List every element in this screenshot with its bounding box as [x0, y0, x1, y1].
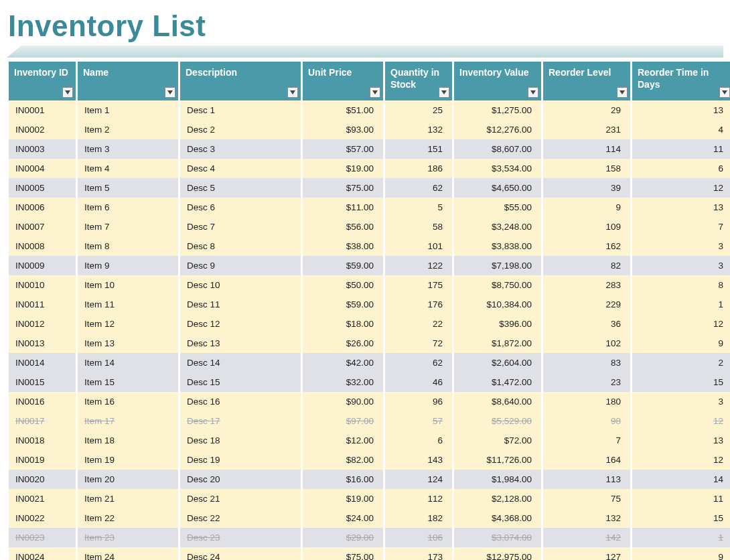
column-header-qty[interactable]: Quantity in Stock [385, 62, 452, 100]
column-header-label: Reorder Time in Days [638, 67, 709, 90]
cell-desc: Desc 7 [180, 217, 301, 236]
filter-dropdown-icon[interactable] [617, 87, 628, 98]
cell-id: IN0010 [9, 275, 76, 295]
column-header-reord[interactable]: Reorder Level [543, 62, 630, 100]
cell-reord: 109 [543, 217, 630, 236]
cell-days: 3 [632, 256, 730, 275]
table-row[interactable]: IN0014Item 14Desc 14$42.0062$2,604.00832 [9, 353, 730, 372]
table-row[interactable]: IN0006Item 6Desc 6$11.005$55.00913 [9, 198, 730, 217]
cell-reord: 102 [543, 334, 630, 353]
table-row[interactable]: IN0013Item 13Desc 13$26.0072$1,872.00102… [9, 334, 730, 353]
column-header-price[interactable]: Unit Price [303, 62, 383, 100]
cell-desc: Desc 5 [180, 178, 301, 198]
cell-days: 1 [632, 295, 730, 314]
table-row[interactable]: IN0018Item 18Desc 18$12.006$72.00713 [9, 431, 730, 450]
cell-name: Item 18 [78, 431, 178, 450]
cell-id: IN0024 [9, 547, 76, 560]
filter-dropdown-icon[interactable] [62, 87, 73, 98]
cell-price: $24.00 [303, 508, 383, 528]
cell-days: 2 [632, 353, 730, 372]
cell-qty: 106 [385, 528, 452, 547]
table-row[interactable]: IN0005Item 5Desc 5$75.0062$4,650.003912 [9, 178, 730, 198]
cell-price: $18.00 [303, 314, 383, 334]
cell-price: $56.00 [303, 217, 383, 236]
cell-reord: 229 [543, 295, 630, 314]
table-row[interactable]: IN0016Item 16Desc 16$90.0096$8,640.00180… [9, 392, 730, 411]
cell-days: 7 [632, 217, 730, 236]
svg-marker-2 [290, 90, 295, 94]
table-row[interactable]: IN0020Item 20Desc 20$16.00124$1,984.0011… [9, 470, 730, 489]
cell-name: Item 4 [78, 159, 178, 178]
cell-id: IN0019 [9, 450, 76, 470]
filter-dropdown-icon[interactable] [287, 87, 298, 98]
cell-id: IN0020 [9, 470, 76, 489]
table-row[interactable]: IN0021Item 21Desc 21$19.00112$2,128.0075… [9, 489, 730, 508]
column-header-days[interactable]: Reorder Time in Days [632, 62, 730, 100]
cell-price: $90.00 [303, 392, 383, 411]
table-row[interactable]: IN0023Item 23Desc 23$29.00106$3,074.0014… [9, 528, 730, 547]
filter-dropdown-icon[interactable] [439, 87, 449, 98]
cell-id: IN0002 [9, 120, 76, 139]
cell-val: $1,472.00 [454, 372, 541, 392]
cell-desc: Desc 9 [180, 256, 301, 275]
cell-days: 1 [632, 528, 730, 547]
cell-name: Item 19 [78, 450, 178, 470]
cell-qty: 101 [385, 236, 452, 256]
cell-val: $1,984.00 [454, 470, 541, 489]
column-header-label: Inventory Value [459, 67, 528, 78]
filter-dropdown-icon[interactable] [528, 87, 538, 98]
cell-days: 11 [632, 139, 730, 159]
cell-val: $8,607.00 [454, 139, 541, 159]
cell-days: 12 [632, 178, 730, 198]
column-header-name[interactable]: Name [78, 62, 178, 100]
table-row[interactable]: IN0022Item 22Desc 22$24.00182$4,368.0013… [9, 508, 730, 528]
cell-val: $1,275.00 [454, 100, 541, 120]
svg-marker-5 [530, 90, 536, 94]
table-row[interactable]: IN0015Item 15Desc 15$32.0046$1,472.00231… [9, 372, 730, 392]
cell-reord: 75 [543, 489, 630, 508]
table-row[interactable]: IN0017Item 17Desc 17$97.0057$5,529.00981… [9, 411, 730, 431]
cell-days: 6 [632, 159, 730, 178]
cell-val: $3,534.00 [454, 159, 541, 178]
table-row[interactable]: IN0011Item 11Desc 11$59.00176$10,384.002… [9, 295, 730, 314]
table-row[interactable]: IN0002Item 2Desc 2$93.00132$12,276.00231… [9, 120, 730, 139]
cell-days: 14 [632, 470, 730, 489]
table-row[interactable]: IN0008Item 8Desc 8$38.00101$3,838.001623 [9, 236, 730, 256]
table-row[interactable]: IN0010Item 10Desc 10$50.00175$8,750.0028… [9, 275, 730, 295]
cell-val: $72.00 [454, 431, 541, 450]
cell-id: IN0006 [9, 198, 76, 217]
table-row[interactable]: IN0004Item 4Desc 4$19.00186$3,534.001586 [9, 159, 730, 178]
cell-name: Item 16 [78, 392, 178, 411]
cell-reord: 132 [543, 508, 630, 528]
cell-val: $7,198.00 [454, 256, 541, 275]
cell-name: Item 12 [78, 314, 178, 334]
cell-days: 9 [632, 334, 730, 353]
table-row[interactable]: IN0007Item 7Desc 7$56.0058$3,248.001097 [9, 217, 730, 236]
cell-qty: 72 [385, 334, 452, 353]
cell-reord: 127 [543, 547, 630, 560]
column-header-desc[interactable]: Description [180, 62, 301, 100]
column-header-val[interactable]: Inventory Value [454, 62, 541, 100]
cell-days: 12 [632, 314, 730, 334]
filter-dropdown-icon[interactable] [165, 87, 175, 98]
cell-id: IN0017 [9, 411, 76, 431]
cell-desc: Desc 22 [180, 508, 301, 528]
table-row[interactable]: IN0019Item 19Desc 19$82.00143$11,726.001… [9, 450, 730, 470]
filter-dropdown-icon[interactable] [370, 87, 380, 98]
column-header-id[interactable]: Inventory ID [9, 62, 76, 100]
cell-desc: Desc 8 [180, 236, 301, 256]
cell-desc: Desc 17 [180, 411, 301, 431]
cell-qty: 151 [385, 139, 452, 159]
table-row[interactable]: IN0001Item 1Desc 1$51.0025$1,275.002913 [9, 100, 730, 120]
cell-val: $55.00 [454, 198, 541, 217]
table-row[interactable]: IN0024Item 24Desc 24$75.00173$12,975.001… [9, 547, 730, 560]
cell-qty: 182 [385, 508, 452, 528]
cell-qty: 143 [385, 450, 452, 470]
filter-dropdown-icon[interactable] [719, 87, 730, 98]
table-row[interactable]: IN0012Item 12Desc 12$18.0022$396.003612 [9, 314, 730, 334]
table-row[interactable]: IN0009Item 9Desc 9$59.00122$7,198.00823 [9, 256, 730, 275]
cell-val: $10,384.00 [454, 295, 541, 314]
cell-reord: 98 [543, 411, 630, 431]
table-row[interactable]: IN0003Item 3Desc 3$57.00151$8,607.001141… [9, 139, 730, 159]
cell-val: $12,276.00 [454, 120, 541, 139]
